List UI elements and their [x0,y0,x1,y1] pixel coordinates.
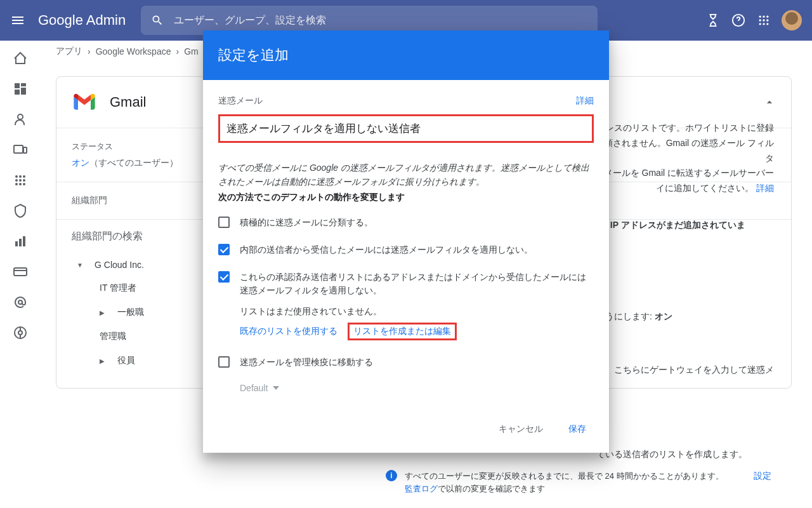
svg-point-1 [759,16,761,18]
svg-point-5 [763,19,764,21]
checkbox-approved-senders[interactable]: これらの承認済み送信者リストにあるアドレスまたはドメインから受信したメールには迷… [218,271,594,297]
quarantine-dropdown[interactable]: Default [240,383,594,393]
spam-label: 迷惑メール [218,95,263,107]
cancel-button[interactable]: キャンセル [494,418,548,440]
apps-icon[interactable] [756,13,771,28]
save-button[interactable]: 保存 [563,418,591,440]
checkbox-icon[interactable] [218,271,230,283]
list-status: リストはまだ使用されていません。 [240,306,594,318]
hourglass-icon[interactable] [705,13,721,28]
modal-title: 設定を追加 [203,30,609,80]
svg-point-7 [759,23,761,25]
modal-overlay: 設定を追加 迷惑メール 詳細 迷惑メールフィルタを適用しない送信者 すべての受信… [0,30,812,508]
checkbox-icon[interactable] [218,217,230,228]
svg-point-6 [766,19,768,21]
add-setting-modal: 設定を追加 迷惑メール 詳細 迷惑メールフィルタを適用しない送信者 すべての受信… [203,30,609,453]
modal-description-bold: 次の方法でこのデフォルトの動作を変更します [218,192,594,203]
checkbox-icon[interactable] [218,356,230,368]
help-icon[interactable] [731,13,746,28]
svg-point-3 [766,16,768,18]
hamburger-menu-icon[interactable] [10,13,25,28]
checkbox-icon[interactable] [218,244,230,255]
use-existing-list-link[interactable]: 既存のリストを使用する [240,326,337,337]
logo[interactable]: Google Admin [38,12,126,29]
svg-point-4 [759,19,761,21]
modal-footer: キャンセル 保存 [203,408,609,453]
chevron-down-icon [273,386,279,390]
search-icon [151,14,164,27]
checkbox-quarantine[interactable]: 迷惑メールを管理検疫に移動する [218,356,594,369]
create-edit-list-link[interactable]: リストを作成または編集 [348,323,457,340]
search-input[interactable] [174,15,587,26]
setting-name-input[interactable]: 迷惑メールフィルタを適用しない送信者 [218,114,594,143]
svg-point-9 [766,23,768,25]
checkbox-internal[interactable]: 内部の送信者から受信したメールには迷惑メールフィルタを適用しない。 [218,243,594,257]
user-avatar[interactable] [782,10,802,30]
modal-description: すべての受信メールに Google の迷惑メールフィルタが適用されます。迷惑メー… [218,161,594,189]
svg-point-2 [763,16,764,18]
checkbox-aggressive[interactable]: 積極的に迷惑メールに分類する。 [218,216,594,229]
svg-point-8 [763,23,764,25]
detail-link[interactable]: 詳細 [576,95,594,107]
